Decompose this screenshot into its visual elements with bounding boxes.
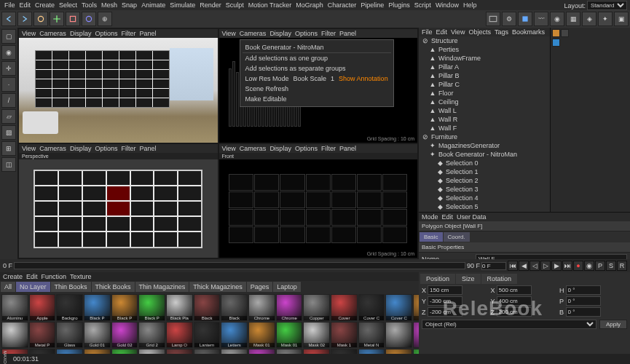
move-icon[interactable] [50, 12, 64, 26]
key-scale-icon[interactable]: S [606, 261, 616, 271]
material-ball[interactable] [385, 322, 412, 349]
workplane-icon[interactable]: ◫ [1, 157, 16, 172]
tree-item[interactable]: ▲Perties [419, 45, 550, 54]
menu-plugins[interactable]: Plugins [388, 1, 410, 9]
coordinates-manager[interactable]: PositionSizeRotation XXH YYP ZZB Object … [419, 272, 630, 364]
render-settings-icon[interactable]: ⚙ [502, 12, 516, 26]
tree-item[interactable]: ◆Selection 1 [419, 167, 550, 176]
mat-menu[interactable]: CreateEditFunctionTexture [0, 272, 419, 281]
vp-menu-bl[interactable]: ViewCamerasDisplayOptionsFilterPanel [19, 144, 218, 153]
apply-button[interactable]: Apply [599, 320, 627, 329]
point-mode-icon[interactable]: · [1, 77, 16, 92]
layout-dropdown[interactable]: Standard [587, 1, 627, 10]
show-annotation-button[interactable]: Show Annotation [339, 75, 388, 82]
mat-tab[interactable]: Thin Books [51, 282, 91, 292]
tree-item[interactable]: ⊘Furniture [419, 132, 550, 141]
attr-input[interactable] [476, 254, 627, 259]
menu-window[interactable]: Window [436, 1, 459, 9]
menu-script[interactable]: Script [414, 1, 431, 9]
coord-tab[interactable]: Size [456, 274, 481, 284]
rot-p-input[interactable] [566, 296, 601, 306]
material-ball[interactable]: Chrome [276, 294, 303, 321]
menu-snap[interactable]: Snap [122, 1, 137, 9]
xyz-icon[interactable]: ⊕ [98, 12, 112, 26]
material-ball[interactable]: Apple [29, 294, 56, 321]
timeline[interactable]: 0 F 90 F ⏮ ◀ ◁ ▷ ▶ ⏭ ● ◉ P S R [0, 259, 630, 272]
light-icon[interactable]: ✦ [598, 12, 613, 26]
mat-tab[interactable]: No Layer [16, 282, 50, 292]
object-mode-icon[interactable]: ◉ [1, 45, 16, 60]
record-icon[interactable]: ● [573, 261, 583, 271]
object-manager[interactable]: FileEditViewObjectsTagsBookmarks ⊘Struct… [419, 28, 550, 212]
material-ball[interactable]: Cover C [358, 294, 385, 321]
material-ball[interactable]: Black P [84, 294, 111, 321]
menu-character[interactable]: Character [328, 1, 357, 9]
tree-item[interactable]: ▲Pillar A [419, 63, 550, 71]
vp-menu-tr[interactable]: ViewCamerasDisplayOptionsFilterPanel [219, 29, 418, 38]
size-x-input[interactable] [497, 285, 532, 295]
menu-tools[interactable]: Tools [82, 1, 97, 9]
material-ball[interactable]: Black P [111, 294, 138, 321]
cube-icon[interactable] [518, 12, 532, 26]
play-back-icon[interactable]: ◁ [529, 261, 540, 271]
material-ball[interactable]: Cover C [385, 294, 412, 321]
tag-icon[interactable] [552, 39, 560, 47]
menu-mograph[interactable]: MoGraph [296, 1, 323, 9]
snap-icon[interactable]: ⊞ [1, 141, 16, 156]
material-ball[interactable]: Black [221, 294, 248, 321]
render-icon[interactable] [486, 12, 500, 26]
tree-item[interactable]: ◆Selection 5 [419, 202, 550, 211]
menu-file[interactable]: File [4, 1, 15, 9]
mat-tab[interactable]: Laptop [273, 282, 301, 292]
mat-tab[interactable]: Thick Books [92, 282, 135, 292]
prev-frame-icon[interactable]: ◀ [519, 261, 529, 271]
camera-icon[interactable]: ▣ [614, 12, 629, 26]
rot-h-input[interactable] [566, 285, 601, 295]
material-ball[interactable]: Metal N [358, 322, 385, 349]
material-ball[interactable]: Letters [221, 322, 248, 349]
obj-menu[interactable]: FileEditViewObjectsTagsBookmarks [419, 28, 550, 36]
material-ball[interactable]: Grid 2 [138, 322, 165, 349]
pos-y-input[interactable] [428, 296, 462, 306]
material-ball[interactable]: Metal P [29, 322, 56, 349]
tree-item[interactable]: ◆Selection 0 [419, 159, 550, 167]
timeline-track[interactable] [14, 262, 465, 269]
material-ball[interactable]: Aluminu [1, 294, 28, 321]
coord-tab[interactable]: Position [420, 274, 455, 284]
viewport-bottom-left[interactable]: ViewCamerasDisplayOptionsFilterPanel Per… [19, 144, 218, 258]
goto-start-icon[interactable]: ⏮ [508, 261, 518, 271]
menu-render[interactable]: Render [200, 1, 221, 9]
tree-item[interactable]: ✦MagazinesGenerator [419, 141, 550, 150]
material-ball[interactable]: Gold 02 [111, 322, 138, 349]
menu-create[interactable]: Create [35, 1, 55, 9]
material-ball[interactable] [1, 322, 28, 349]
material-ball[interactable]: Copper [303, 294, 330, 321]
material-ball[interactable]: Black [194, 294, 221, 321]
viewport-top-left[interactable]: ViewCamerasDisplayOptionsFilterPanel [19, 29, 218, 143]
material-manager[interactable]: CreateEditFunctionTexture AllNo LayerThi… [0, 272, 419, 364]
mat-tab[interactable]: Pages [247, 282, 273, 292]
tree-item[interactable]: ▲Wall R [419, 115, 550, 124]
material-ball[interactable]: Gold 01 [84, 322, 111, 349]
tree-item[interactable]: ▲Wall L [419, 106, 550, 115]
live-select-icon[interactable] [34, 12, 48, 26]
tree-item[interactable]: ▲WindowFrame [419, 54, 550, 63]
nurbs-icon[interactable]: ◉ [550, 12, 564, 26]
material-ball[interactable]: Mask 01 [248, 322, 275, 349]
menu-edit[interactable]: Edit [20, 1, 31, 9]
poly-mode-icon[interactable]: ▱ [1, 109, 16, 124]
size-y-input[interactable] [497, 296, 532, 306]
material-ball[interactable]: Lamp O [166, 322, 193, 349]
attr-tab[interactable]: Basic [420, 232, 443, 242]
autokey-icon[interactable]: ◉ [584, 261, 594, 271]
tree-item[interactable]: ◆Selection 6 [419, 211, 550, 212]
menu-animate[interactable]: Animate [141, 1, 165, 9]
tree-item[interactable]: ◆Selection 2 [419, 176, 550, 185]
undo-icon[interactable] [1, 12, 16, 26]
key-pos-icon[interactable]: P [595, 261, 605, 271]
play-icon[interactable]: ▷ [540, 261, 551, 271]
tree-item[interactable]: ◆Selection 4 [419, 194, 550, 202]
tree-item[interactable]: ◆Selection 3 [419, 185, 550, 194]
menu-pipeline[interactable]: Pipeline [361, 1, 384, 9]
tree-item[interactable]: ✦Book Generator - NitroMan [419, 150, 550, 159]
